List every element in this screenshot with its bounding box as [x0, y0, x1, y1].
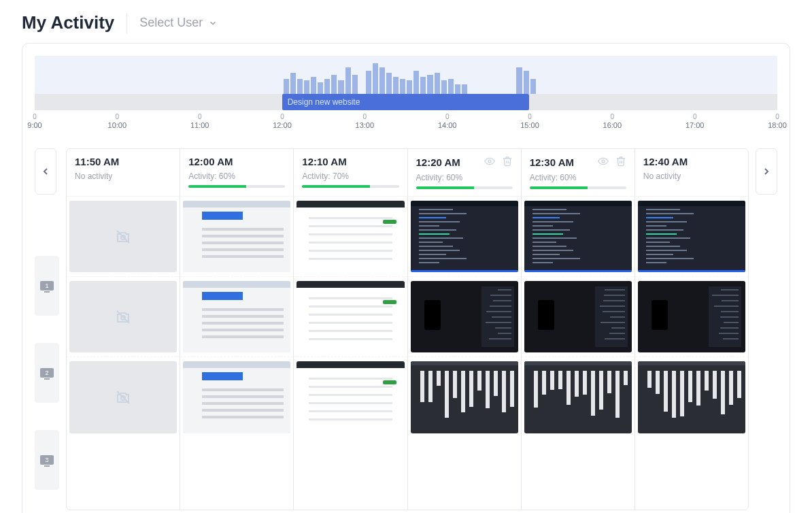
timeline-tick-label: 12:00	[273, 121, 292, 129]
screenshot-thumbnail[interactable]	[638, 361, 745, 433]
screen-rail-2: 2	[35, 343, 59, 403]
monitor-icon: 2	[40, 368, 54, 378]
column-time: 12:40 AM	[643, 156, 740, 167]
camera-off-icon	[115, 389, 131, 406]
view-icon[interactable]	[598, 156, 609, 169]
view-icon[interactable]	[484, 156, 495, 169]
column-time: 12:00 AM	[188, 156, 285, 167]
screenshot-thumbnail[interactable]	[297, 361, 404, 433]
select-user-label: Select User	[139, 16, 203, 30]
select-user-dropdown[interactable]: Select User	[139, 16, 218, 30]
column-time: 12:20 AM	[416, 156, 513, 169]
activity-progress	[188, 185, 285, 188]
thumbnail-row	[635, 357, 748, 437]
camera-off-icon	[115, 309, 131, 325]
thumbnail-row	[180, 197, 293, 277]
timeline[interactable]: Design new website 09:00010:00011:00012:…	[35, 56, 777, 132]
activity-label: No activity	[75, 171, 171, 181]
thumbnail-row	[408, 277, 521, 357]
svg-point-7	[602, 160, 605, 163]
screenshot-thumbnail[interactable]	[638, 281, 745, 352]
screen-rail-1: 1	[35, 256, 59, 316]
thumbnail-row	[180, 277, 293, 357]
screenshot-thumbnail[interactable]	[183, 201, 290, 272]
screenshot-thumbnail[interactable]	[183, 361, 290, 433]
next-page-button[interactable]	[756, 148, 777, 195]
thumbnail-row	[294, 277, 407, 357]
screenshot-thumbnail[interactable]	[524, 201, 632, 272]
thumbnail-row	[67, 357, 180, 437]
activity-progress	[302, 185, 399, 188]
timeline-task[interactable]: Design new website	[282, 94, 530, 110]
activity-progress	[416, 186, 513, 189]
activity-label: Activity: 70%	[302, 171, 399, 181]
camera-off-icon	[115, 229, 131, 245]
timeline-tick-label: 11:00	[190, 121, 209, 129]
timeline-task-strip: Design new website	[35, 94, 777, 110]
prev-page-button[interactable]	[35, 148, 56, 195]
header-divider	[126, 13, 127, 33]
column-header: 12:20 AMActivity: 60%	[408, 149, 521, 197]
trash-icon[interactable]	[502, 156, 513, 169]
chevron-down-icon	[208, 18, 218, 28]
column-header: 12:30 AMActivity: 60%	[522, 149, 635, 197]
screenshot-empty	[69, 201, 177, 272]
timeline-tick-label: 14:00	[438, 121, 457, 129]
column-header: 12:10 AMActivity: 70%	[294, 149, 407, 197]
column-time: 11:50 AM	[75, 156, 171, 167]
thumbnail-row	[522, 277, 635, 357]
thumbnail-row	[522, 357, 635, 437]
thumbnail-row	[294, 197, 407, 277]
screenshot-thumbnail[interactable]	[297, 281, 404, 352]
screenshot-thumbnail[interactable]	[524, 281, 632, 352]
thumbnail-row	[67, 197, 180, 277]
timeline-tick-label: 13:00	[356, 121, 375, 129]
thumbnail-row	[408, 357, 521, 437]
column-header: 12:40 AMNo activity	[635, 149, 748, 197]
screenshot-thumbnail[interactable]	[411, 281, 518, 352]
activity-label: No activity	[643, 171, 740, 181]
activity-label: Activity: 60%	[188, 171, 285, 181]
activity-column: 12:40 AMNo activity	[635, 149, 748, 510]
svg-point-6	[488, 160, 491, 163]
trash-icon[interactable]	[615, 156, 626, 169]
column-time: 12:30 AM	[530, 156, 626, 169]
chevron-left-icon	[40, 166, 51, 177]
screenshot-thumbnail[interactable]	[297, 201, 404, 272]
timeline-task-label: Design new website	[288, 97, 360, 107]
screenshot-thumbnail[interactable]	[638, 201, 745, 272]
activity-progress	[530, 186, 626, 189]
screenshot-thumbnail[interactable]	[411, 201, 518, 272]
thumbnail-row	[67, 277, 180, 357]
monitor-icon: 1	[40, 281, 54, 291]
activity-column: 11:50 AMNo activity	[67, 149, 180, 510]
page-title: My Activity	[22, 12, 114, 33]
chevron-right-icon	[761, 166, 772, 177]
timeline-tick-label: 9:00	[27, 121, 41, 129]
activity-column: 12:20 AMActivity: 60%	[408, 149, 522, 510]
activity-grid: 11:50 AMNo activity12:00 AMActivity: 60%…	[66, 148, 749, 510]
timeline-tick-label: 15:00	[520, 121, 539, 129]
screenshot-thumbnail[interactable]	[183, 281, 290, 352]
thumbnail-row	[522, 197, 635, 277]
thumbnail-row	[408, 197, 521, 277]
thumbnail-row	[180, 357, 293, 437]
activity-column: 12:00 AMActivity: 60%	[180, 149, 294, 510]
timeline-histogram	[35, 56, 777, 94]
activity-label: Activity: 60%	[530, 173, 626, 182]
thumbnail-row	[294, 357, 407, 437]
timeline-tick-label: 18:00	[768, 121, 787, 129]
screenshot-thumbnail[interactable]	[524, 361, 632, 433]
thumbnail-row	[635, 277, 748, 357]
monitor-icon: 3	[40, 455, 54, 465]
screenshot-thumbnail[interactable]	[411, 361, 518, 433]
column-header: 12:00 AMActivity: 60%	[180, 149, 293, 197]
timeline-tick-label: 16:00	[603, 121, 622, 129]
activity-label: Activity: 60%	[416, 173, 513, 182]
screenshot-empty	[69, 281, 177, 352]
timeline-labels: 09:00010:00011:00012:00013:00014:00015:0…	[35, 113, 777, 132]
screenshot-empty	[69, 361, 177, 433]
timeline-tick-label: 17:00	[686, 121, 705, 129]
activity-column: 12:30 AMActivity: 60%	[522, 149, 635, 510]
thumbnail-row	[635, 197, 748, 277]
